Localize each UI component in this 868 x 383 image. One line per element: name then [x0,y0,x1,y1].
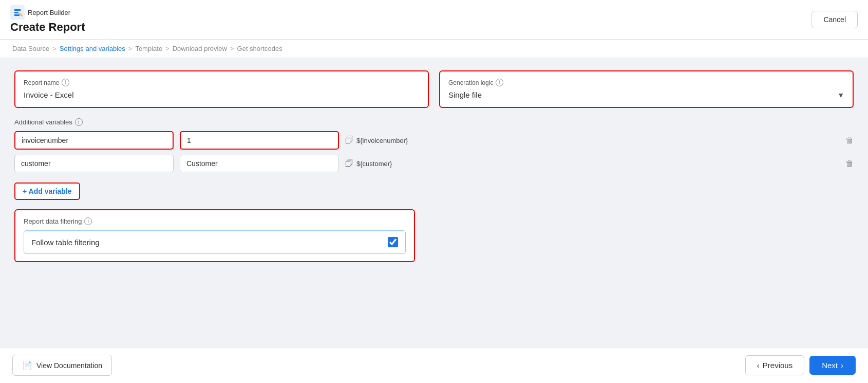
nav-buttons: ‹ Previous Next › [745,355,856,375]
additional-variables-section: Additional variables i 🗍 ${invoicenumber… [14,118,854,172]
filtering-section-label: Report data filtering i [24,217,406,225]
additional-variables-info-icon: i [75,118,83,126]
brand: Report Builder [10,5,85,20]
breadcrumb-sep-4: > [230,45,234,52]
cancel-button[interactable]: Cancel [812,11,858,28]
delete-icon-1[interactable]: 🗑 [845,136,854,145]
chevron-left-icon: ‹ [757,361,760,370]
brand-name: Report Builder [28,9,70,16]
report-name-label: Report name i [24,79,420,86]
filtering-info-icon: i [84,217,92,225]
breadcrumb-shortcodes: Get shortcodes [237,45,282,52]
top-bar-left: Report Builder Create Report [10,5,85,34]
breadcrumb-settings: Settings and variables [60,45,125,52]
follow-table-checkbox[interactable] [388,237,398,247]
breadcrumb-sep-1: > [52,45,56,52]
var-name-input-1[interactable] [14,131,174,150]
breadcrumb-data-source: Data Source [12,45,49,52]
report-name-info-icon: i [62,79,69,86]
next-button[interactable]: Next › [809,356,856,375]
breadcrumb-template: Template [135,45,162,52]
var-value-input-2[interactable] [180,155,339,172]
report-name-box: Report name i [14,70,429,108]
var-shortcode-1: 🗍 ${invoicenumber} [345,136,408,145]
follow-table-label: Follow table filtering [31,238,100,247]
filtering-section: Report data filtering i Follow table fil… [14,209,415,262]
breadcrumb-sep-2: > [128,45,133,52]
variable-row-2: 🗍 ${customer} 🗑 [14,155,854,172]
copy-icon-2[interactable]: 🗍 [345,159,353,168]
brand-icon [10,5,25,20]
delete-icon-2[interactable]: 🗑 [845,159,854,168]
generation-logic-select[interactable]: Single file Multiple files [448,90,844,99]
variable-row-1: 🗍 ${invoicenumber} 🗑 [14,131,854,150]
var-name-input-2[interactable] [14,155,174,172]
top-fields-row: Report name i Generation logic i Single … [14,70,854,108]
chevron-right-icon: › [841,361,843,370]
var-value-input-1[interactable] [180,131,339,150]
breadcrumb-sep-3: > [165,45,169,52]
copy-icon-1[interactable]: 🗍 [345,136,353,145]
add-variable-button[interactable]: + Add variable [14,183,80,200]
generation-logic-box: Generation logic i Single file Multiple … [439,70,854,108]
previous-button[interactable]: ‹ Previous [745,355,804,375]
report-name-input[interactable] [24,90,420,99]
generation-logic-info-icon: i [496,79,503,86]
additional-variables-label: Additional variables i [14,118,854,126]
page-title: Create Report [10,21,85,34]
document-icon: 📄 [22,360,32,370]
generation-logic-label: Generation logic i [448,79,844,86]
main-content: Report name i Generation logic i Single … [0,58,868,347]
breadcrumb: Data Source > Settings and variables > T… [0,40,868,58]
generation-logic-select-wrapper: Single file Multiple files ▼ [448,90,844,100]
breadcrumb-download: Download preview [173,45,227,52]
filtering-inner: Follow table filtering [24,230,406,254]
var-shortcode-2: 🗍 ${customer} [345,159,392,168]
view-documentation-button[interactable]: 📄 View Documentation [12,355,112,376]
top-bar: Report Builder Create Report Cancel [0,0,868,40]
bottom-bar: 📄 View Documentation ‹ Previous Next › [0,347,868,383]
